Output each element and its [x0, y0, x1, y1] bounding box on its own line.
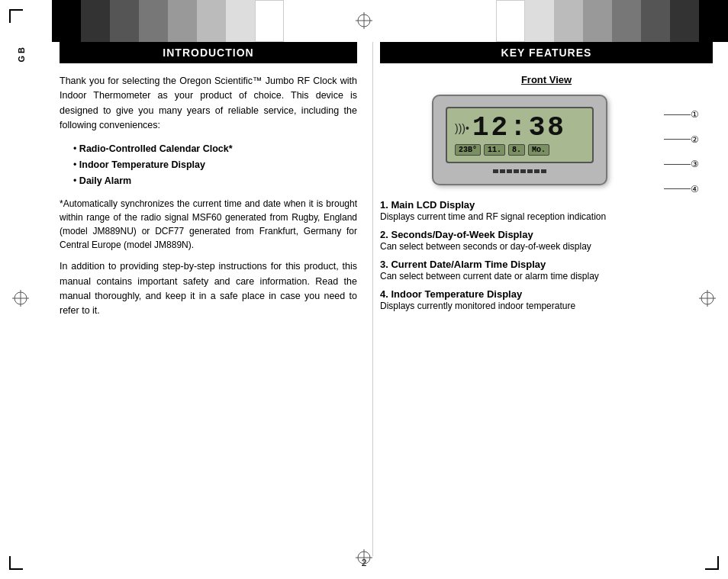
crosshair-left — [12, 290, 29, 309]
clock-date-item: 8. — [508, 144, 525, 156]
bar-seg — [514, 169, 519, 173]
color-block — [554, 0, 583, 42]
corner-mark-tl — [9, 9, 23, 23]
intro-paragraph-2: In addition to providing step-by-step in… — [60, 259, 357, 319]
callout-2: ② — [664, 134, 699, 145]
feature-4-number: 4. — [380, 288, 391, 300]
top-color-strip-right — [496, 0, 728, 42]
callout-line — [664, 114, 691, 115]
bar-seg — [507, 169, 512, 173]
wifi-signal-icon: )))• — [455, 123, 469, 133]
bullet-item-1: Radio-Controlled Calendar Clock* — [67, 141, 357, 157]
color-block — [699, 0, 728, 42]
corner-mark-bl — [9, 556, 23, 570]
clock-screen: )))• 12:38 23B° 11. 8. Mo. — [446, 107, 594, 163]
bullet-text-2: Indoor Temperature Display — [79, 159, 205, 170]
clock-illustration: )))• 12:38 23B° 11. 8. Mo. — [432, 95, 661, 185]
feature-2-title: Seconds/Day-of-Week Display — [391, 229, 533, 240]
feature-item-3: 3. Current Date/Alarm Time Display Can s… — [380, 259, 713, 281]
clock-body: )))• 12:38 23B° 11. 8. Mo. — [432, 95, 607, 185]
feature-item-4: 4. Indoor Temperature Display Displays c… — [380, 288, 713, 311]
clock-temp-item: 23B° — [455, 144, 481, 156]
feature-1-description: Displays current time and RF signal rece… — [380, 211, 606, 222]
introduction-section: INTRODUCTION Thank you for selecting the… — [52, 42, 372, 556]
corner-mark-br — [705, 556, 719, 570]
feature-bullets: Radio-Controlled Calendar Clock* Indoor … — [67, 141, 357, 190]
callout-4: ④ — [664, 184, 699, 195]
front-view-label: Front View — [380, 74, 713, 85]
bar-seg — [500, 169, 505, 173]
color-block — [139, 0, 168, 42]
color-block — [197, 0, 226, 42]
main-content: INTRODUCTION Thank you for selecting the… — [52, 42, 728, 556]
callout-line — [664, 164, 691, 165]
feature-2-number: 2. — [380, 229, 391, 240]
color-block — [52, 0, 81, 42]
top-color-strip-left — [52, 0, 284, 42]
bar-seg — [520, 169, 526, 173]
introduction-header: INTRODUCTION — [60, 42, 357, 63]
callout-number-3: ③ — [691, 159, 699, 169]
bullet-text-1: Radio-Controlled Calendar Clock* — [79, 143, 233, 154]
color-block — [583, 0, 612, 42]
key-features-header: KEY FEATURES — [380, 42, 713, 63]
callout-number-4: ④ — [691, 184, 699, 195]
feature-item-2: 2. Seconds/Day-of-Week Display Can selec… — [380, 229, 713, 252]
bar-seg — [534, 169, 540, 173]
feature-3-description: Can select between current date or alarm… — [380, 271, 599, 281]
callout-3: ③ — [664, 159, 699, 169]
clock-seconds-item: 11. — [484, 144, 505, 156]
footnote-paragraph: *Automatically synchronizes the current … — [60, 197, 357, 252]
bullet-item-3: Daily Alarm — [67, 173, 357, 189]
feature-2-description: Can select between seconds or day-of-wee… — [380, 241, 591, 252]
clock-day-item: Mo. — [528, 144, 549, 156]
callout-line — [664, 139, 691, 140]
callout-1: ① — [664, 109, 699, 120]
callout-number-1: ① — [691, 109, 699, 120]
color-block — [612, 0, 641, 42]
crosshair-right — [699, 290, 716, 309]
clock-signal-bar — [446, 169, 594, 173]
bar-seg — [527, 169, 533, 173]
color-block — [110, 0, 139, 42]
color-block — [168, 0, 197, 42]
callout-line — [664, 188, 691, 189]
color-block — [496, 0, 525, 42]
feature-1-title: Main LCD Display — [391, 199, 475, 211]
bar-seg — [493, 169, 498, 173]
feature-1-number: 1. — [380, 199, 391, 211]
bullet-item-2: Indoor Temperature Display — [67, 157, 357, 173]
color-block — [670, 0, 699, 42]
feature-4-description: Displays currently monitored indoor temp… — [380, 301, 575, 311]
key-features-section: KEY FEATURES Front View )))• 12:38 23B° … — [372, 42, 728, 556]
bullet-text-3: Daily Alarm — [79, 175, 131, 186]
crosshair-bottom — [356, 549, 372, 568]
feature-3-number: 3. — [380, 259, 391, 270]
color-block — [525, 0, 554, 42]
callout-number-2: ② — [691, 134, 699, 145]
feature-item-1: 1. Main LCD Display Displays current tim… — [380, 199, 713, 222]
clock-bottom-row: 23B° 11. 8. Mo. — [455, 144, 585, 156]
color-block — [81, 0, 110, 42]
intro-paragraph-1: Thank you for selecting the Oregon Scien… — [60, 74, 357, 133]
feature-3-title: Current Date/Alarm Time Display — [391, 259, 546, 270]
time-display: 12:38 — [472, 114, 566, 142]
color-block — [226, 0, 255, 42]
clock-top-row: )))• 12:38 — [455, 114, 585, 142]
color-block — [255, 0, 284, 42]
bar-seg — [541, 169, 546, 173]
feature-4-title: Indoor Temperature Display — [391, 288, 522, 300]
callout-numbers: ① ② ③ ④ — [664, 102, 699, 201]
crosshair-top — [356, 12, 372, 31]
features-list: 1. Main LCD Display Displays current tim… — [380, 199, 713, 311]
color-block — [641, 0, 670, 42]
gb-label: GB — [15, 42, 27, 66]
